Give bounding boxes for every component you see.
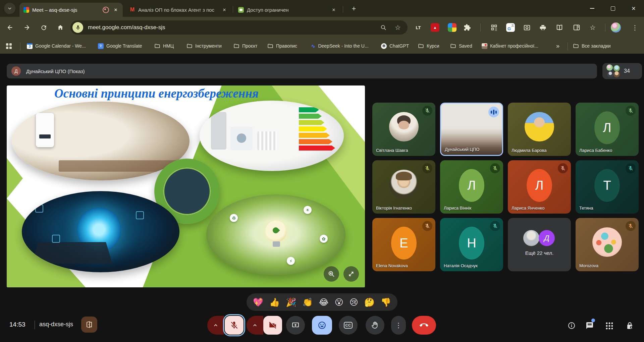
reaction-thinking[interactable]: 🤔: [364, 298, 375, 306]
participant-tile[interactable]: Л Лариса Янченко: [508, 160, 571, 214]
languagetool-extension-icon[interactable]: LT: [413, 22, 423, 33]
tab-close-button[interactable]: ✕: [112, 6, 119, 13]
back-button[interactable]: [4, 22, 16, 33]
bookmark-folder-nmc[interactable]: НМЦ: [154, 38, 174, 54]
bookmark-folder-kursy[interactable]: Курси: [418, 38, 439, 54]
apps-grid-icon: [605, 322, 613, 329]
bookmark-folder-proekt[interactable]: Проєкт: [233, 38, 257, 54]
mic-off-icon: [422, 221, 432, 231]
bookmark-kabinet[interactable]: Кабінет професійної...: [482, 38, 538, 54]
extensions-puzzle-icon[interactable]: [462, 22, 472, 33]
reactions-toggle-button[interactable]: [312, 316, 332, 335]
tab-access-restricted[interactable]: Доступ ограничен ✕: [234, 3, 341, 17]
participant-tile[interactable]: Т Тетяна: [576, 160, 639, 214]
participants-count-button[interactable]: 34: [602, 63, 642, 79]
tab-gmail[interactable]: M Аналіз ОП по блоках Агент з пос ✕: [125, 3, 231, 17]
activities-button[interactable]: [605, 321, 613, 330]
bookmarks-overflow-button[interactable]: »: [556, 38, 559, 54]
translate-page-icon[interactable]: G文: [505, 22, 516, 33]
reaction-surprised[interactable]: 😮: [335, 298, 343, 306]
fullscreen-button[interactable]: [343, 266, 359, 282]
close-button[interactable]: ✕: [623, 0, 644, 17]
avatar: [389, 170, 419, 199]
acrobat-extension-icon[interactable]: ▲: [430, 22, 440, 33]
folder-icon: [186, 43, 193, 49]
more-options-button[interactable]: ⋮: [391, 316, 406, 335]
qr-code-icon[interactable]: [489, 22, 499, 33]
home-button[interactable]: [55, 22, 66, 33]
captions-button[interactable]: CC: [339, 316, 358, 335]
host-controls-button[interactable]: [625, 321, 634, 330]
bookmark-folder-saved[interactable]: Saved: [450, 38, 472, 54]
mic-toggle-button[interactable]: [225, 316, 244, 335]
participant-tile[interactable]: Н Наталія Осадчук: [440, 218, 503, 271]
participant-tile[interactable]: Людмила Барова: [508, 103, 571, 156]
bookmark-star-icon[interactable]: ☆: [395, 23, 401, 32]
reaction-thumbs-up[interactable]: 👍: [269, 298, 280, 306]
tab-close-button[interactable]: ✕: [221, 6, 228, 13]
bookmark-deepseek[interactable]: ∿ DeepSeek - Into the U...: [311, 38, 369, 54]
side-panel-icon[interactable]: [572, 22, 582, 33]
meeting-details-button[interactable]: [567, 321, 576, 330]
color-picker-extension-icon[interactable]: [447, 22, 457, 33]
camera-options-button[interactable]: [247, 316, 263, 335]
chatgpt-icon: ✻: [381, 43, 387, 49]
raise-hand-button[interactable]: [366, 316, 384, 335]
participant-tile[interactable]: Вікторія Ігнатенко: [372, 160, 435, 214]
reaction-laugh[interactable]: 😂: [319, 298, 329, 306]
bookmark-google-translate[interactable]: 文 Google Translate: [98, 38, 142, 54]
hand-icon: [371, 321, 379, 329]
tab-separator: [343, 6, 343, 13]
reaction-cry[interactable]: 😢: [350, 298, 358, 306]
search-icon[interactable]: [380, 24, 387, 31]
mic-off-icon: [490, 163, 500, 173]
participant-avatars-cluster: [606, 64, 621, 78]
chat-button[interactable]: [585, 321, 594, 330]
favorites-sparkle-icon[interactable]: ☆: [588, 22, 598, 33]
kitchen-counter-shape: [59, 160, 179, 172]
participant-tile-active-speaker[interactable]: Дунайський ЦПО: [440, 103, 503, 156]
minimize-button[interactable]: [582, 0, 602, 17]
bookmark-chatgpt[interactable]: ✻ ChatGPT: [381, 38, 409, 54]
meeting-room-button[interactable]: [81, 317, 97, 333]
profile-avatar[interactable]: [611, 22, 621, 33]
reaction-thumbs-down[interactable]: 👎: [381, 298, 391, 306]
zoom-in-button[interactable]: [324, 266, 339, 282]
print-icon[interactable]: [538, 22, 548, 33]
apps-shortcut-icon[interactable]: [6, 38, 12, 54]
bookmark-folder-instrumenty[interactable]: Інструменти: [186, 38, 222, 54]
reading-list-icon[interactable]: [554, 22, 565, 33]
reaction-heart[interactable]: 💖: [253, 298, 263, 306]
mic-options-button[interactable]: [207, 316, 224, 335]
tab-search-button[interactable]: [4, 3, 15, 14]
camera-toggle-button[interactable]: [263, 316, 282, 335]
screenshot-lens-icon[interactable]: [522, 22, 532, 33]
reaction-party[interactable]: 🎉: [286, 298, 296, 306]
leave-call-button[interactable]: [412, 316, 436, 335]
lightbulb-shape: [265, 221, 287, 242]
site-mic-permission-icon[interactable]: [72, 22, 83, 33]
avatar: [592, 227, 622, 257]
bookmark-folder-pravopys[interactable]: Правопис: [267, 38, 297, 54]
all-bookmarks-button[interactable]: Все закладки: [573, 38, 611, 54]
toolbar-separator: [605, 23, 605, 32]
address-bar[interactable]: meet.google.com/asq-dxse-sjs ☆: [70, 20, 408, 35]
participant-tile[interactable]: E Elena Novakova: [372, 218, 435, 271]
chat-icon: [586, 322, 594, 330]
forward-button[interactable]: [21, 22, 33, 33]
tab-meet[interactable]: Meet – asq-dxse-sjs ✕: [19, 3, 123, 17]
bookmark-google-calendar[interactable]: 3 Google Calendar - We...: [27, 38, 86, 54]
reload-button[interactable]: [38, 22, 49, 33]
reaction-clap[interactable]: 👏: [302, 298, 313, 306]
maximize-button[interactable]: [602, 0, 623, 17]
mic-off-icon: [230, 321, 238, 330]
participant-tile-overflow[interactable]: Д Ещё 22 чел.: [508, 218, 571, 271]
new-tab-button[interactable]: +: [350, 4, 358, 13]
browser-menu-icon[interactable]: ⋮: [630, 22, 640, 33]
participant-tile[interactable]: Morozova: [576, 218, 639, 271]
participant-tile[interactable]: Л Лариса Бабенко: [576, 103, 639, 156]
tab-close-button[interactable]: ✕: [330, 6, 337, 13]
participant-tile[interactable]: Світлана Шавга: [372, 103, 435, 156]
participant-tile[interactable]: Л Лариса Віннік: [440, 160, 503, 214]
present-screen-button[interactable]: [286, 316, 305, 335]
